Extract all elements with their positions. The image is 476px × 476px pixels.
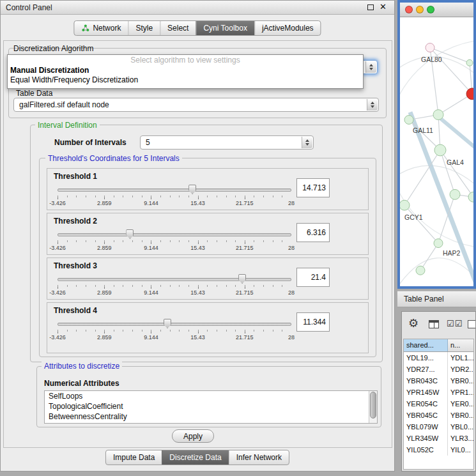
- table-row[interactable]: YER054C YER0...: [404, 398, 473, 410]
- num-intervals-combo[interactable]: 5: [140, 135, 314, 150]
- column-header-shared-name[interactable]: shared...: [404, 339, 448, 351]
- node[interactable]: [450, 189, 460, 199]
- tab-discretize-data[interactable]: Discretize Data: [162, 450, 228, 464]
- cell[interactable]: YDL1...: [448, 352, 473, 364]
- slider-track[interactable]: [58, 323, 291, 326]
- table-row[interactable]: YBR043C YBR0...: [404, 375, 473, 387]
- table-row[interactable]: YBL079W YBL0...: [404, 421, 473, 433]
- desktop: Control Panel ✕ Network Style: [0, 0, 476, 476]
- list-scrollbar[interactable]: [369, 391, 377, 423]
- network-window-titlebar[interactable]: [400, 3, 473, 17]
- node[interactable]: [416, 266, 425, 275]
- tab-label: Discretize Data: [169, 453, 221, 462]
- list-item[interactable]: BetweennessCentrality: [45, 411, 377, 422]
- threshold-slider[interactable]: -3.4262.8599.14415.4321.71528: [58, 273, 291, 298]
- table-function-icon[interactable]: [468, 320, 476, 328]
- table-header-row: shared... n...: [404, 339, 473, 352]
- table-data-combo[interactable]: galFiltered.sif default node: [13, 98, 379, 112]
- combo-stepper-icon[interactable]: [365, 61, 376, 73]
- list-item[interactable]: TopologicalCoefficient: [45, 401, 377, 411]
- tab-select[interactable]: Select: [160, 21, 196, 35]
- minimize-traffic-light-icon[interactable]: [416, 6, 424, 13]
- slider-thumb[interactable]: [164, 319, 171, 328]
- gear-icon[interactable]: ⚙: [408, 318, 418, 329]
- table-row[interactable]: YDL19... YDL1...: [404, 352, 473, 364]
- slider-track[interactable]: [58, 233, 291, 236]
- tab-style[interactable]: Style: [128, 21, 160, 35]
- control-panel-titlebar[interactable]: Control Panel ✕: [1, 1, 394, 15]
- tab-impute-data[interactable]: Impute Data: [106, 450, 162, 464]
- apply-button[interactable]: Apply: [172, 429, 214, 443]
- popup-option-equal-width-frequency[interactable]: Equal Width/Frequency Discretization: [8, 75, 363, 85]
- cell[interactable]: YDR2...: [448, 364, 473, 375]
- node[interactable]: [466, 59, 473, 66]
- columns-icon[interactable]: [429, 320, 439, 328]
- slider-track[interactable]: [58, 278, 291, 281]
- node[interactable]: [433, 110, 443, 120]
- slider-thumb[interactable]: [126, 229, 134, 239]
- table-row[interactable]: YBR045C YBR0...: [404, 410, 473, 421]
- scale-tick-label: 9.144: [144, 334, 158, 341]
- node[interactable]: [434, 144, 446, 156]
- tab-network[interactable]: Network: [74, 21, 128, 35]
- cell[interactable]: YPR145W: [404, 387, 448, 398]
- threshold-panel: Threshold 3 -3.4262.8599.14415.4321.7152…: [47, 257, 369, 300]
- selected-node[interactable]: [466, 88, 473, 100]
- scrollbar-thumb[interactable]: [370, 392, 376, 418]
- close-icon[interactable]: ✕: [380, 3, 387, 11]
- table-row[interactable]: YLR345W YLR3...: [404, 433, 473, 444]
- slider-thumb[interactable]: [188, 185, 196, 194]
- node[interactable]: [426, 43, 434, 52]
- popup-option-manual-discretization[interactable]: Manual Discretization: [8, 66, 363, 75]
- zoom-traffic-light-icon[interactable]: [427, 6, 434, 13]
- threshold-slider[interactable]: -3.4262.8599.14415.4321.71528: [58, 318, 291, 342]
- numerical-attributes-list[interactable]: SelfLoops TopologicalCoefficient Between…: [44, 390, 378, 424]
- slider-track[interactable]: [58, 188, 291, 192]
- tab-cyni-toolbox[interactable]: Cyni Toolbox: [196, 21, 254, 35]
- scale-tick-label: -3.426: [49, 334, 66, 341]
- cell[interactable]: YBR043C: [404, 375, 448, 387]
- table-row[interactable]: YIL052C YIL0...: [404, 444, 473, 456]
- threshold-slider[interactable]: -3.4262.8599.14415.4321.71528: [58, 229, 291, 253]
- cell[interactable]: YDR27...: [404, 364, 448, 375]
- cell[interactable]: YBL079W: [404, 421, 448, 433]
- node[interactable]: [404, 116, 413, 125]
- table-panel-titlebar[interactable]: Table Panel: [397, 291, 476, 307]
- cell[interactable]: YBR045C: [404, 410, 448, 421]
- cell[interactable]: YBL0...: [448, 421, 473, 433]
- threshold-value-field[interactable]: 11.344: [296, 312, 330, 332]
- cell[interactable]: YBR0...: [448, 375, 473, 387]
- cell[interactable]: YDL19...: [404, 352, 448, 364]
- threshold-slider[interactable]: -3.4262.8599.14415.4321.71528: [58, 184, 291, 208]
- select-all-checkboxes-icon[interactable]: ☑☑: [447, 319, 463, 328]
- slider-ticks: [58, 240, 291, 244]
- cell[interactable]: YPR1...: [448, 387, 473, 398]
- table-row[interactable]: YDR27... YDR2...: [404, 364, 473, 375]
- cell[interactable]: YLR3...: [448, 433, 473, 444]
- node[interactable]: [400, 200, 410, 210]
- threshold-value-field[interactable]: 6.316: [296, 223, 330, 242]
- tab-infer-network[interactable]: Infer Network: [229, 450, 289, 464]
- combo-stepper-icon[interactable]: [302, 137, 312, 148]
- node[interactable]: [434, 239, 443, 248]
- combo-stepper-icon[interactable]: [367, 99, 378, 111]
- close-traffic-light-icon[interactable]: [405, 6, 413, 13]
- network-canvas[interactable]: GAL80 GAL11 GAL4 GCY1 HAP2: [400, 17, 473, 286]
- threshold-value-field[interactable]: 14.713: [296, 178, 330, 197]
- cell[interactable]: YER0...: [448, 398, 473, 410]
- tab-jactivemodules[interactable]: jActiveModules: [254, 21, 321, 35]
- table-row[interactable]: YPR145W YPR1...: [404, 387, 473, 398]
- float-window-icon[interactable]: [367, 4, 374, 10]
- cell[interactable]: YIL052C: [404, 444, 448, 456]
- threshold-value-field[interactable]: 21.4: [296, 268, 330, 287]
- cell[interactable]: YER054C: [404, 398, 448, 410]
- column-header-name[interactable]: n...: [448, 339, 473, 351]
- slider-scale: -3.4262.8599.14415.4321.71528: [58, 334, 291, 341]
- node[interactable]: [468, 192, 473, 202]
- slider-thumb[interactable]: [238, 274, 246, 284]
- cell[interactable]: YIL0...: [448, 444, 473, 456]
- cell[interactable]: YLR345W: [404, 433, 448, 444]
- scale-tick-label: 15.43: [190, 245, 205, 251]
- cell[interactable]: YBR0...: [448, 410, 473, 421]
- list-item[interactable]: SelfLoops: [45, 391, 377, 401]
